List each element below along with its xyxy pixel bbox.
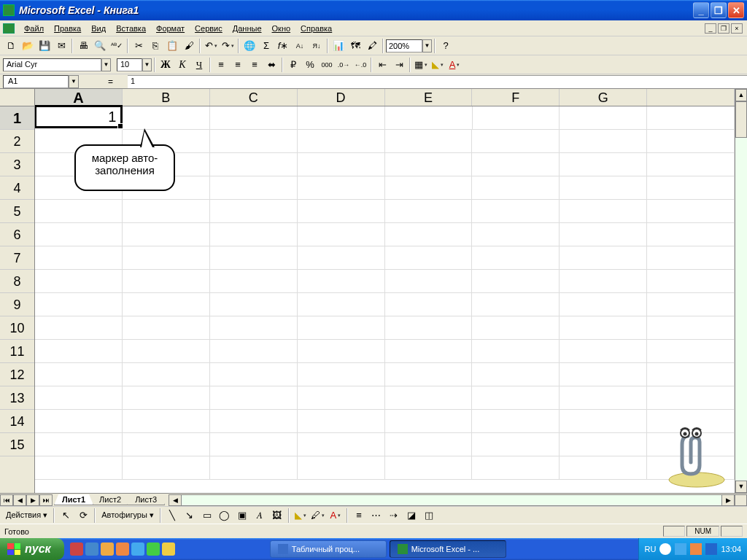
cell[interactable]: [210, 176, 298, 200]
cell[interactable]: [123, 223, 210, 246]
cell[interactable]: [560, 433, 647, 456]
cell[interactable]: [123, 340, 210, 363]
cell[interactable]: [385, 153, 473, 176]
align-center-button[interactable]: ≡: [230, 57, 246, 73]
cell[interactable]: [35, 456, 123, 480]
cell[interactable]: [210, 316, 298, 340]
cell[interactable]: [560, 410, 647, 433]
wordart-button[interactable]: 𝐴: [252, 508, 268, 524]
rotate-button[interactable]: ⟳: [75, 508, 91, 524]
row-header-13[interactable]: 13: [0, 386, 34, 410]
cell[interactable]: [560, 293, 647, 316]
cell[interactable]: [647, 316, 735, 340]
cell[interactable]: [385, 223, 473, 246]
cell[interactable]: [647, 293, 735, 316]
line-button[interactable]: ╲: [164, 508, 180, 524]
row-header-3[interactable]: 3: [0, 153, 34, 176]
cell[interactable]: [472, 386, 560, 410]
italic-button[interactable]: К: [174, 57, 190, 73]
clock[interactable]: 13:04: [721, 545, 741, 553]
cell[interactable]: [123, 270, 210, 293]
percent-button[interactable]: %: [302, 57, 318, 73]
cell[interactable]: [472, 246, 560, 270]
cell[interactable]: [472, 270, 560, 293]
cell[interactable]: [385, 293, 473, 316]
autoshapes-menu[interactable]: Автофигуры ▾: [98, 509, 157, 521]
maximize-button[interactable]: ❐: [711, 2, 727, 18]
tab-nav-next[interactable]: ▶: [26, 494, 39, 506]
row-header-9[interactable]: 9: [0, 293, 34, 316]
cut-button[interactable]: ✂: [131, 38, 147, 54]
3d-button[interactable]: ◫: [421, 508, 437, 524]
col-header-d[interactable]: D: [298, 89, 385, 106]
tray-icon[interactable]: [675, 543, 686, 555]
cell[interactable]: [123, 293, 210, 316]
merge-center-button[interactable]: ⬌: [263, 57, 279, 73]
ql-icon[interactable]: [147, 542, 160, 556]
cell[interactable]: [298, 456, 385, 480]
cell[interactable]: [385, 270, 473, 293]
decrease-indent-button[interactable]: ⇤: [374, 57, 390, 73]
sheet-tab-3[interactable]: Лист3: [127, 494, 165, 505]
col-header-f[interactable]: F: [472, 89, 560, 106]
cell[interactable]: [385, 130, 473, 153]
cell[interactable]: [210, 293, 298, 316]
cell[interactable]: [298, 200, 385, 223]
cell[interactable]: [210, 200, 298, 223]
cell[interactable]: [472, 456, 560, 480]
menu-edit[interactable]: Правка: [49, 23, 86, 34]
cell[interactable]: [472, 293, 560, 316]
menu-tools[interactable]: Сервис: [190, 23, 228, 34]
comma-button[interactable]: 000: [319, 57, 335, 73]
arrow-button[interactable]: ↘: [182, 508, 198, 524]
shadow-button[interactable]: ◪: [403, 508, 419, 524]
save-button[interactable]: 💾: [36, 38, 53, 54]
cell[interactable]: [210, 153, 298, 176]
taskbar-excel-button[interactable]: Microsoft Excel - ...: [390, 540, 506, 558]
cell[interactable]: [35, 270, 123, 293]
cell[interactable]: [35, 223, 123, 246]
chart-wizard-button[interactable]: 📊: [330, 38, 347, 54]
cell[interactable]: [35, 410, 123, 433]
arrow-style-button[interactable]: ⇢: [386, 508, 402, 524]
align-left-button[interactable]: ≡: [213, 57, 229, 73]
cell[interactable]: [472, 200, 560, 223]
align-right-button[interactable]: ≡: [247, 57, 263, 73]
row-header-7[interactable]: 7: [0, 246, 34, 270]
minimize-button[interactable]: _: [693, 2, 709, 18]
cell[interactable]: [647, 130, 735, 153]
cell[interactable]: [35, 293, 123, 316]
font-name-combobox[interactable]: Arial Cyr: [3, 58, 101, 71]
col-header-c[interactable]: C: [210, 89, 298, 106]
cell[interactable]: [385, 410, 473, 433]
format-painter-button[interactable]: 🖌: [181, 38, 197, 54]
redo-button[interactable]: ↷: [220, 38, 236, 54]
cell[interactable]: [35, 200, 123, 223]
office-assistant-clippy[interactable]: [660, 423, 726, 489]
row-header-2[interactable]: 2: [0, 130, 34, 153]
row-header-4[interactable]: 4: [0, 176, 34, 200]
cell[interactable]: [210, 433, 298, 456]
cell[interactable]: [298, 410, 385, 433]
drawing-actions-menu[interactable]: Действия ▾: [3, 509, 50, 521]
row-header-6[interactable]: 6: [0, 223, 34, 246]
font-color-button[interactable]: A: [446, 57, 462, 73]
cell[interactable]: [35, 246, 123, 270]
name-box-dropdown-icon[interactable]: ▼: [69, 75, 79, 88]
formula-equals-icon[interactable]: =: [79, 77, 128, 87]
horizontal-scrollbar[interactable]: ◀ ▶: [169, 494, 735, 506]
cell[interactable]: [210, 410, 298, 433]
cell[interactable]: [560, 270, 647, 293]
doc-restore-button[interactable]: ❐: [718, 23, 729, 34]
cell[interactable]: [560, 106, 647, 130]
tray-icon[interactable]: [659, 543, 671, 555]
cell[interactable]: [298, 340, 385, 363]
cell[interactable]: [35, 340, 123, 363]
zoom-combobox[interactable]: 200%: [386, 39, 422, 52]
menu-file[interactable]: Файл: [19, 23, 49, 34]
cell[interactable]: [385, 340, 473, 363]
zoom-dropdown-icon[interactable]: ▼: [422, 39, 432, 52]
open-button[interactable]: 📂: [20, 38, 36, 54]
increase-decimal-button[interactable]: .0→: [336, 57, 352, 73]
doc-minimize-button[interactable]: _: [705, 23, 716, 34]
